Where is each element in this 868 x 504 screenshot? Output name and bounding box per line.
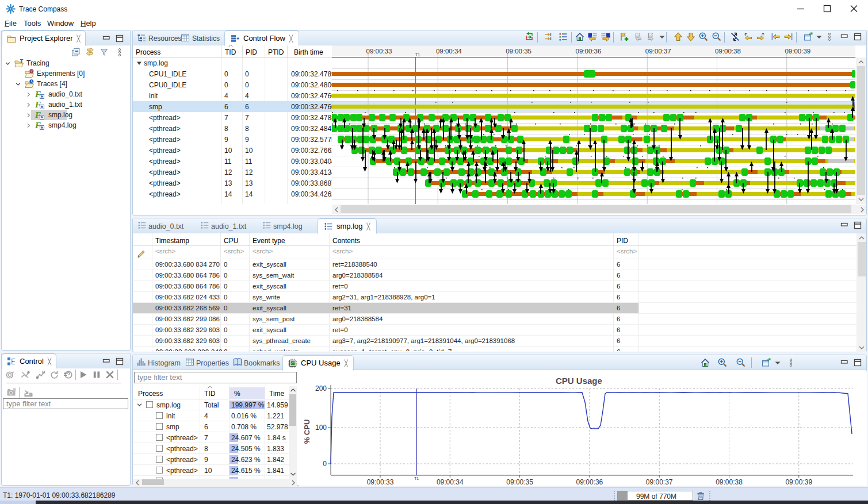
svg-text:09:00:36: 09:00:36 bbox=[576, 478, 603, 486]
svg-text:09:00:37: 09:00:37 bbox=[646, 478, 673, 486]
svg-text:09:00:33: 09:00:33 bbox=[366, 48, 392, 55]
svg-text:09:00:35: 09:00:35 bbox=[506, 48, 531, 55]
svg-text:200: 200 bbox=[315, 384, 327, 393]
svg-text:09:00:38: 09:00:38 bbox=[716, 478, 743, 486]
svg-text:09:00:35: 09:00:35 bbox=[506, 478, 533, 486]
svg-text:T1: T1 bbox=[414, 476, 419, 480]
svg-text:09:00:37: 09:00:37 bbox=[645, 48, 671, 55]
svg-text:09:00:39: 09:00:39 bbox=[785, 478, 812, 486]
svg-text:09:00:39: 09:00:39 bbox=[785, 48, 810, 55]
svg-text:100: 100 bbox=[315, 424, 327, 432]
svg-text:09:00:34: 09:00:34 bbox=[436, 48, 462, 55]
svg-text:09:00:36: 09:00:36 bbox=[576, 48, 602, 55]
svg-text:T1: T1 bbox=[415, 53, 420, 57]
svg-text:T: T bbox=[20, 59, 24, 64]
svg-text:% CPU: % CPU bbox=[303, 420, 311, 444]
svg-text:09:00:33: 09:00:33 bbox=[367, 478, 394, 486]
svg-text:09:00:34: 09:00:34 bbox=[437, 478, 464, 486]
svg-text:09:00:38: 09:00:38 bbox=[715, 48, 741, 55]
svg-text:0: 0 bbox=[323, 460, 327, 468]
